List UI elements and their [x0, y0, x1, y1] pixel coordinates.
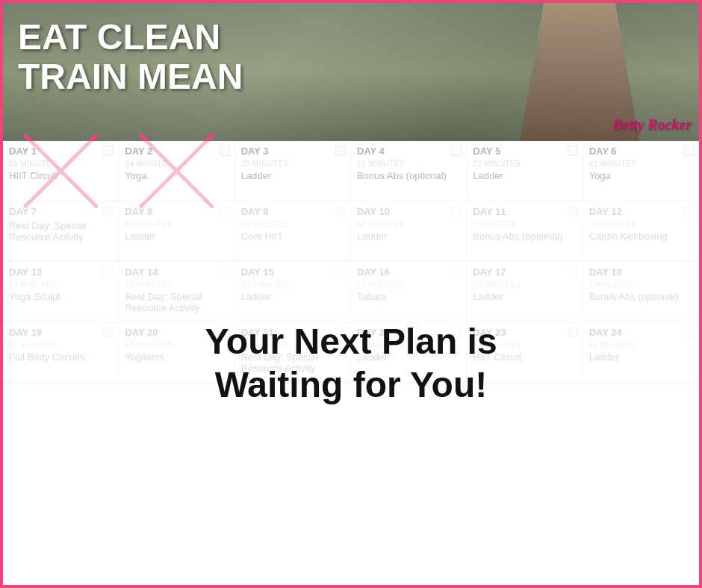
hero-text: EAT CLEAN TRAIN MEAN — [18, 18, 243, 97]
overlay: Your Next Plan is Waiting for You! — [3, 141, 699, 585]
overlay-text: Your Next Plan is Waiting for You! — [205, 320, 497, 406]
betty-rocker-logo: Betty Rocker — [612, 116, 692, 134]
outer-border: EAT CLEAN TRAIN MEAN Betty Rocker DAY 11… — [0, 0, 702, 588]
hero-line1: EAT CLEAN — [18, 18, 243, 57]
overlay-line2: Waiting for You! — [205, 363, 497, 407]
hero-banner: EAT CLEAN TRAIN MEAN Betty Rocker — [3, 3, 699, 141]
overlay-line1: Your Next Plan is — [205, 320, 497, 363]
hero-line2: TRAIN MEAN — [18, 57, 243, 97]
